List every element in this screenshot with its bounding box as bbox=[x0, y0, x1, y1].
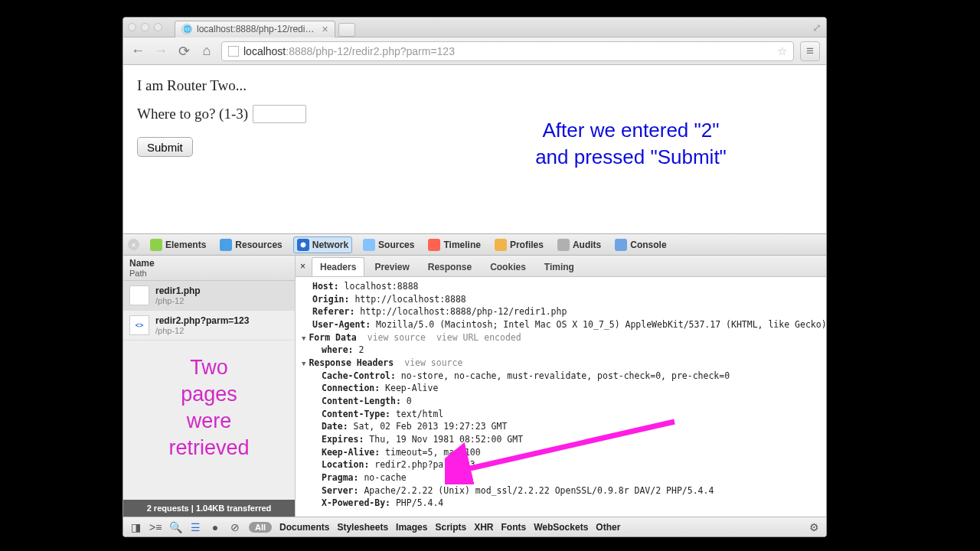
request-path: /php-12 bbox=[155, 326, 249, 335]
headers-pane: Host: localhost:8888 Origin: http://loca… bbox=[296, 277, 826, 517]
settings-gear-icon[interactable]: ⚙ bbox=[808, 521, 820, 533]
filter-documents[interactable]: Documents bbox=[279, 522, 329, 533]
chrome-menu-button[interactable]: ≡ bbox=[800, 41, 820, 61]
browser-toolbar: ← → ⟳ ⌂ localhost:8888/php-12/redir2.php… bbox=[123, 37, 826, 65]
panel-audits[interactable]: Audits bbox=[554, 237, 604, 253]
view-source-link[interactable]: view source bbox=[404, 357, 462, 368]
panel-resources[interactable]: Resources bbox=[217, 237, 285, 253]
filter-other[interactable]: Other bbox=[596, 522, 620, 533]
tab-cookies[interactable]: Cookies bbox=[482, 257, 534, 276]
close-window-icon[interactable] bbox=[128, 23, 136, 31]
filter-images[interactable]: Images bbox=[396, 522, 427, 533]
close-tab-icon[interactable]: × bbox=[322, 24, 328, 34]
panel-network[interactable]: Network bbox=[293, 236, 352, 253]
filter-fonts[interactable]: Fonts bbox=[501, 522, 527, 533]
elements-icon bbox=[150, 239, 162, 251]
panel-console[interactable]: Console bbox=[612, 237, 669, 253]
sources-icon bbox=[363, 239, 375, 251]
filter-websockets[interactable]: WebSockets bbox=[534, 522, 588, 533]
tab-strip: 🌐 localhost:8888/php-12/redi… × ⤢ bbox=[123, 18, 826, 37]
page-icon bbox=[228, 46, 239, 57]
file-icon bbox=[129, 285, 149, 305]
annotation-blue: After we entered "2" and pressed "Submit… bbox=[466, 117, 795, 171]
dock-icon[interactable]: ◨ bbox=[129, 521, 142, 533]
tab-preview[interactable]: Preview bbox=[366, 257, 417, 276]
panel-profiles[interactable]: Profiles bbox=[492, 237, 547, 253]
close-detail-icon[interactable]: × bbox=[300, 261, 305, 272]
submit-button[interactable]: Submit bbox=[137, 137, 193, 157]
panel-sources[interactable]: Sources bbox=[360, 237, 417, 253]
view-source-link[interactable]: view source bbox=[368, 332, 426, 343]
timeline-icon bbox=[428, 239, 440, 251]
filter-stylesheets[interactable]: Stylesheets bbox=[337, 522, 388, 533]
tab-title: localhost:8888/php-12/redi… bbox=[197, 24, 314, 34]
detail-tabs: × Headers Preview Response Cookies Timin… bbox=[296, 256, 826, 277]
where-input[interactable] bbox=[253, 105, 306, 123]
filter-scripts[interactable]: Scripts bbox=[435, 522, 466, 533]
clear-icon[interactable]: ⊘ bbox=[229, 521, 241, 533]
devtools-panel-tabs: × Elements Resources Network Sources Tim… bbox=[123, 234, 826, 256]
request-row[interactable]: <> redir2.php?parm=123 /php-12 bbox=[123, 311, 295, 341]
request-name: redir2.php?parm=123 bbox=[155, 315, 249, 326]
annotation-pink: Two pages were retrieved bbox=[148, 354, 270, 461]
network-status-bar: 2 requests | 1.04KB transferred bbox=[123, 500, 295, 517]
window-controls bbox=[128, 23, 162, 31]
view-url-encoded-link[interactable]: view URL encoded bbox=[436, 332, 521, 343]
network-icon bbox=[297, 239, 309, 251]
console-icon bbox=[615, 239, 627, 251]
record-icon[interactable]: ● bbox=[209, 521, 221, 533]
list-icon[interactable]: ☰ bbox=[189, 521, 201, 533]
close-devtools-icon[interactable]: × bbox=[128, 239, 139, 250]
globe-icon: 🌐 bbox=[181, 24, 192, 34]
profiles-icon bbox=[495, 239, 507, 251]
tab-timing[interactable]: Timing bbox=[536, 257, 583, 276]
console-toggle-icon[interactable]: >≡ bbox=[149, 521, 162, 533]
expand-icon[interactable]: ⤢ bbox=[812, 21, 822, 34]
request-path: /php-12 bbox=[155, 296, 201, 305]
forward-button[interactable]: → bbox=[152, 43, 169, 59]
filter-xhr[interactable]: XHR bbox=[474, 522, 493, 533]
address-bar[interactable]: localhost:8888/php-12/redir2.php?parm=12… bbox=[221, 41, 794, 61]
audits-icon bbox=[557, 239, 570, 251]
panel-timeline[interactable]: Timeline bbox=[425, 237, 483, 253]
file-icon: <> bbox=[129, 315, 149, 335]
resources-icon bbox=[220, 239, 232, 251]
request-list-header: Name Path bbox=[123, 256, 295, 281]
panel-elements[interactable]: Elements bbox=[147, 237, 209, 253]
filter-all[interactable]: All bbox=[249, 522, 272, 533]
reload-button[interactable]: ⟳ bbox=[175, 43, 192, 60]
zoom-window-icon[interactable] bbox=[154, 23, 162, 31]
minimize-window-icon[interactable] bbox=[141, 23, 149, 31]
request-row[interactable]: redir1.php /php-12 bbox=[123, 281, 295, 311]
tab-headers[interactable]: Headers bbox=[312, 257, 364, 276]
new-tab-button[interactable] bbox=[338, 23, 355, 37]
devtools-footer: ◨ >≡ 🔍 ☰ ● ⊘ All Documents Stylesheets I… bbox=[123, 517, 826, 536]
url-text: localhost:8888/php-12/redir2.php?parm=12… bbox=[243, 45, 773, 57]
request-name: redir1.php bbox=[155, 285, 201, 296]
home-button[interactable]: ⌂ bbox=[198, 43, 215, 59]
search-icon[interactable]: 🔍 bbox=[169, 521, 181, 533]
page-heading: I am Router Two... bbox=[137, 77, 812, 94]
browser-window: 🌐 localhost:8888/php-12/redi… × ⤢ ← → ⟳ … bbox=[122, 17, 827, 537]
bookmark-star-icon[interactable]: ☆ bbox=[777, 44, 787, 58]
prompt-label: Where to go? (1-3) bbox=[137, 106, 248, 122]
back-button[interactable]: ← bbox=[129, 43, 146, 59]
tab-response[interactable]: Response bbox=[420, 257, 480, 276]
browser-tab[interactable]: 🌐 localhost:8888/php-12/redi… × bbox=[175, 21, 335, 37]
